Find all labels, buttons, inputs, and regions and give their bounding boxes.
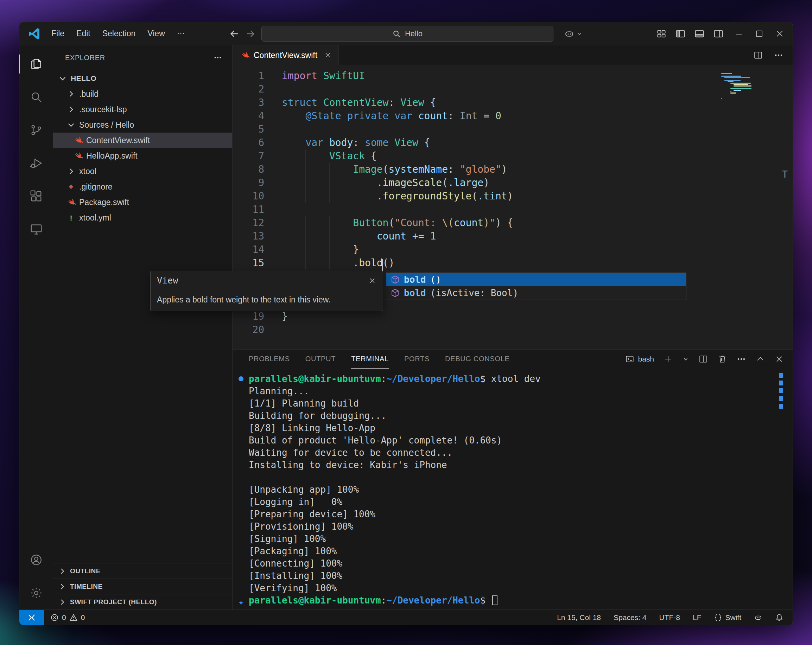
tree-item-label: .build [79,89,99,99]
suggest-item[interactable]: bold() [386,273,686,286]
code-line[interactable]: 4 @State private var count: Int = 0 [232,109,793,123]
tree-item-xtool-yml[interactable]: !xtool.yml [53,210,232,226]
panel-tab-terminal[interactable]: TERMINAL [351,349,389,369]
code-line[interactable]: 9 .imageScale(.large) [232,176,793,189]
copilot-button[interactable] [564,29,583,39]
toggle-sidebar-icon[interactable] [675,29,686,39]
line-number: 5 [232,123,264,136]
status-language-mode-label: Swift [725,613,741,622]
code-line[interactable]: 10 .foregroundStyle(.tint) [232,189,793,203]
tree-item-xtool[interactable]: xtool [53,163,232,179]
status-indentation[interactable]: Spaces: 4 [614,613,646,622]
tree-item-package-swift[interactable]: Package.swift [53,195,232,210]
tab-contentview-swift[interactable]: ContentView.swift [232,45,339,65]
activity-explorer[interactable] [19,47,53,81]
panel-tab-output[interactable]: OUTPUT [305,349,336,369]
kill-terminal-icon[interactable] [717,354,727,364]
tree-item-helloapp-swift[interactable]: HelloApp.swift [53,148,232,163]
section-label: SWIFT PROJECT (HELLO) [70,598,157,606]
status-eol[interactable]: LF [693,613,702,622]
code-token: Button [353,217,388,229]
minimap[interactable] [721,73,755,101]
line-number: 15 [232,256,264,270]
code-line[interactable]: 19} [232,310,793,323]
terminal-profile-dropdown-icon[interactable] [682,355,689,363]
toggle-panel-icon[interactable] [694,29,705,39]
tree-root-hello[interactable]: HELLO [53,71,232,86]
code-line[interactable]: 2 [232,82,793,96]
tree-item--sourcekit-lsp[interactable]: .sourcekit-lsp [53,102,232,117]
code-line[interactable]: 14 } [232,243,793,256]
warnings-count: 0 [81,613,85,622]
code-token: var [305,137,323,148]
menu-edit[interactable]: Edit [70,26,96,41]
menu-selection[interactable]: Selection [96,26,142,41]
activity-run-debug[interactable] [19,146,53,180]
tab-close-icon[interactable] [324,51,332,59]
section-outline[interactable]: OUTLINE [53,563,232,578]
suggest-label: bold [404,288,426,298]
activity-extensions[interactable] [19,180,53,213]
panel-tab-debug-console[interactable]: DEBUG CONSOLE [445,349,510,369]
tree-item-label: xtool [79,167,96,176]
section-timeline[interactable]: TIMELINE [53,578,232,594]
menu-view[interactable]: View [142,26,171,41]
split-editor-icon[interactable] [753,50,763,60]
terminal-text: parallels@kabir-ubuntuvm [249,374,381,384]
status-copilot[interactable] [754,613,762,622]
panel-tab-ports[interactable]: PORTS [404,349,430,369]
hover-close-icon[interactable] [368,276,377,285]
code-line[interactable]: 13 count += 1 [232,230,793,243]
tree-item-sources-hello[interactable]: Sources / Hello [53,117,232,133]
status-cursor-position[interactable]: Ln 15, Col 18 [557,613,601,622]
minimize-button[interactable] [734,29,744,39]
section-swift-project-hello-[interactable]: SWIFT PROJECT (HELLO) [53,594,232,610]
terminal-profile[interactable]: bash [625,354,654,364]
code-line[interactable]: 20 [232,323,793,337]
navigate-forward-icon[interactable] [245,29,256,39]
code-line[interactable]: 6 var body: some View { [232,136,793,149]
code-line[interactable]: 8 Image(systemName: "globe") [232,163,793,176]
customize-layout-icon[interactable] [656,29,667,39]
activity-settings[interactable] [19,576,53,610]
code-token: . [353,257,359,269]
activity-remote-explorer[interactable] [19,213,53,246]
navigate-back-icon[interactable] [229,29,240,39]
line-number: 12 [232,216,264,230]
terminal-content[interactable]: parallels@kabir-ubuntuvm:~/Developer/Hel… [232,369,793,610]
new-terminal-icon[interactable] [663,354,673,364]
toggle-secondary-sidebar-icon[interactable] [713,29,724,39]
code-line[interactable]: 3struct ContentView: View { [232,96,793,109]
menu-overflow[interactable]: ⋯ [171,26,191,41]
code-line[interactable]: 5 [232,123,793,136]
editor-more-actions-icon[interactable] [774,50,783,60]
split-terminal-icon[interactable] [698,354,708,364]
command-center-search[interactable]: Hello [261,26,553,42]
remote-indicator[interactable] [19,610,44,625]
explorer-more-actions-icon[interactable] [213,53,222,62]
status-language-mode[interactable]: Swift [714,613,741,622]
activity-accounts[interactable] [19,543,53,576]
panel-tab-problems[interactable]: PROBLEMS [249,349,290,369]
activity-source-control[interactable] [19,114,53,146]
code-token: : [448,163,460,175]
activity-search[interactable] [19,81,53,114]
tree-item--build[interactable]: .build [53,86,232,102]
problems-status[interactable]: 0 0 [44,613,91,622]
close-panel-icon[interactable] [774,354,784,364]
maximize-button[interactable] [754,29,765,39]
code-line[interactable]: 11 [232,203,793,216]
code-line[interactable]: 15 .bold() [232,256,793,270]
code-line[interactable]: 7 VStack { [232,149,793,163]
code-line[interactable]: 12 Button("Count: \(count)") { [232,216,793,230]
close-button[interactable] [774,29,785,39]
code-line[interactable]: 1import SwiftUI [232,69,793,82]
suggest-item[interactable]: bold(isActive: Bool) [386,286,686,300]
tree-item-contentview-swift[interactable]: ContentView.swift [53,133,232,148]
tree-item--gitignore[interactable]: .gitignore [53,179,232,195]
status-encoding[interactable]: UTF-8 [659,613,680,622]
status-notifications[interactable] [775,613,783,622]
menu-file[interactable]: File [46,26,70,41]
maximize-panel-icon[interactable] [756,354,765,364]
panel-more-actions-icon[interactable] [736,354,746,364]
